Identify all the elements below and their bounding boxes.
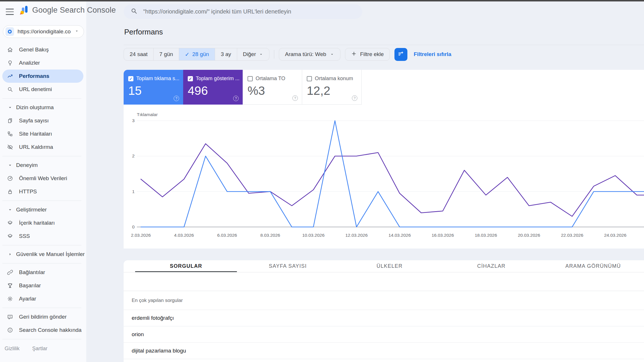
sidebar-item-ba-ar-lar[interactable]: Başarılar xyxy=(0,279,86,292)
search-placeholder-text: "https://oriondigitale.com/" içindeki tü… xyxy=(143,8,291,15)
layers-icon xyxy=(7,220,13,226)
sidebar-item-analizler[interactable]: Analizler xyxy=(0,56,86,70)
sidebar-item-ba-lant-lar[interactable]: Bağlantılar xyxy=(0,266,86,279)
tab-ci-hazlar[interactable]: CİHAZLAR xyxy=(440,260,542,272)
date-chip-label: 28 gün xyxy=(192,51,209,57)
svg-text:10.03.2026: 10.03.2026 xyxy=(302,233,325,238)
metric-card-4[interactable]: Ortalama konum 12,2 ? xyxy=(302,70,362,105)
date-chip-28-g-n[interactable]: ✓28 gün xyxy=(179,48,215,60)
checkbox-checked-icon[interactable]: ✓ xyxy=(188,76,193,81)
check-icon: ✓ xyxy=(185,51,189,58)
help-icon[interactable]: ? xyxy=(174,96,179,101)
query-rows: erdemli fotoğrafçıoriondijital pazarlama… xyxy=(124,310,644,359)
menu-icon[interactable] xyxy=(6,9,14,15)
filters-divider xyxy=(274,50,274,59)
sidebar-item-search-console-hakk-nda[interactable]: Search Console hakkında xyxy=(0,324,86,337)
search-icon xyxy=(131,7,137,16)
svg-text:1: 1 xyxy=(132,189,135,194)
svg-text:24.03.2026: 24.03.2026 xyxy=(604,233,626,238)
help-icon[interactable]: ? xyxy=(233,96,239,101)
date-chip-di-er[interactable]: Diğer xyxy=(237,48,269,60)
page-title: Performans xyxy=(124,28,163,36)
search-icon xyxy=(7,86,13,93)
date-chip-3-ay[interactable]: 3 ay xyxy=(215,48,237,60)
add-filter-chip[interactable]: Filtre ekle xyxy=(345,48,390,61)
metric-card-label: Ortalama TO xyxy=(256,76,285,82)
sidebar-item-sayfa-say-s-[interactable]: Sayfa sayısı xyxy=(0,114,86,127)
reset-filters-link[interactable]: Filtreleri sıfırla xyxy=(414,51,451,57)
date-chip-label: 3 ay xyxy=(221,51,231,57)
sidebar-section-g-venlik-ve-manuel-i-lemler[interactable]: Güvenlik ve Manuel İşlemler xyxy=(0,248,86,261)
sidebar-item-site-haritalar-[interactable]: Site Haritaları xyxy=(0,127,86,140)
chevron-down-icon xyxy=(7,207,13,212)
sidebar-item-label: Genel Bakış xyxy=(19,47,49,53)
svg-text:14.03.2026: 14.03.2026 xyxy=(388,233,411,238)
url-inspect-search-input[interactable]: "https://oriondigitale.com/" içindeki tü… xyxy=(124,4,362,19)
footer-link-gizlilik[interactable]: Gizlilik xyxy=(5,346,20,352)
sidebar-section-dizin-olu-turma[interactable]: Dizin oluşturma xyxy=(0,101,86,114)
trend-icon xyxy=(7,73,13,79)
help-icon[interactable]: ? xyxy=(352,95,357,101)
svg-text:20.03.2026: 20.03.2026 xyxy=(518,233,540,238)
sidebar-item-ayarlar[interactable]: Ayarlar xyxy=(0,292,86,305)
sidebar-item-genel-bak-[interactable]: Genel Bakış xyxy=(0,43,86,56)
tab--lkeler[interactable]: ÜLKELER xyxy=(339,260,440,272)
sidebar-item-label: URL Kaldırma xyxy=(19,144,53,150)
sidebar-item-https[interactable]: HTTPS xyxy=(0,185,86,198)
gauge-icon xyxy=(7,175,13,182)
date-chip-7-g-n[interactable]: 7 gün xyxy=(153,48,179,60)
property-label: https://oriondigitale.co... xyxy=(18,28,71,35)
date-chip-24-saat[interactable]: 24 saat xyxy=(124,48,153,60)
table-row[interactable]: erdemli fotoğrafçı xyxy=(124,310,644,326)
sidebar-item-sss[interactable]: SSS xyxy=(0,230,86,243)
svg-text:18.03.2026: 18.03.2026 xyxy=(475,233,497,238)
svg-text:0: 0 xyxy=(132,224,135,229)
sidebar-item-label: Site Haritaları xyxy=(19,131,52,137)
metric-card-3[interactable]: Ortalama TO %3 ? xyxy=(243,70,302,105)
table-column-header: En çok yapılan sorgular xyxy=(124,291,644,310)
sidebar-item-i-erik-haritalar-[interactable]: İçerik haritaları xyxy=(0,216,86,230)
chevron-down-icon xyxy=(330,52,334,57)
sidebar-item-geri-bildirim-g-nder[interactable]: Geri bildirim gönder xyxy=(0,310,86,324)
sidebar-item-label: Ayarlar xyxy=(19,296,36,302)
tab-sayfa-sayisi[interactable]: SAYFA SAYISI xyxy=(237,260,339,272)
help-icon[interactable]: ? xyxy=(292,95,298,101)
tab-sorgular[interactable]: SORGULAR xyxy=(135,260,237,272)
sidebar-item-url-kald-rma[interactable]: URL Kaldırma xyxy=(0,140,86,154)
chevron-right-icon xyxy=(7,252,13,257)
search-type-label: Arama türü: Web xyxy=(285,51,326,57)
table-row[interactable]: orion xyxy=(124,326,644,343)
checkbox-checked-icon[interactable]: ✓ xyxy=(128,76,133,81)
sidebar-item-url-denetimi[interactable]: URL denetimi xyxy=(0,83,86,96)
metric-card-label: Toplam gösterim ... xyxy=(196,76,239,82)
tab-arama-g-r-n-m-[interactable]: ARAMA GÖRÜNÜMÜ xyxy=(542,260,644,272)
search-console-logo-icon xyxy=(19,5,29,16)
checkbox-unchecked-icon[interactable] xyxy=(248,76,253,81)
sidebar-divider xyxy=(2,201,81,201)
sidebar-divider xyxy=(2,263,81,263)
metric-card-1[interactable]: ✓Toplam tıklama s... 15 ? xyxy=(124,70,183,105)
sidebar-section-label: Deneyim xyxy=(16,162,38,168)
search-type-chip[interactable]: Arama türü: Web xyxy=(279,48,340,61)
sidebar-divider xyxy=(2,245,81,245)
dimension-tabs: SORGULARSAYFA SAYISIÜLKELERCİHAZLARARAMA… xyxy=(124,260,644,272)
table-toolbar-row xyxy=(124,272,644,291)
sidebar-item-label: Analizler xyxy=(19,60,40,66)
filter-settings-button[interactable] xyxy=(394,48,407,61)
sidebar-section-geli-tirmeler[interactable]: Geliştirmeler xyxy=(0,203,86,216)
svg-text:4.03.2026: 4.03.2026 xyxy=(174,233,194,238)
checkbox-unchecked-icon[interactable] xyxy=(307,76,312,81)
property-selector[interactable]: https://oriondigitale.co... xyxy=(3,25,84,38)
sidebar-item-performans[interactable]: Performans xyxy=(2,70,83,83)
sidebar-section-deneyim[interactable]: Deneyim xyxy=(0,159,86,172)
sidebar-item--nemli-web-verileri[interactable]: Önemli Web Verileri xyxy=(0,172,86,185)
chevron-down-icon xyxy=(74,29,79,34)
feedback-icon xyxy=(7,314,13,320)
metric-card-2[interactable]: ✓Toplam gösterim ... 496 ? xyxy=(183,70,243,105)
table-row[interactable]: dijital pazarlama blogu xyxy=(124,343,644,359)
title-divider xyxy=(124,45,644,45)
app-title: Google Search Console xyxy=(32,6,116,15)
link-icon xyxy=(7,269,13,276)
sidebar-item-label: Başarılar xyxy=(19,282,41,289)
footer-link-şartlar[interactable]: Şartlar xyxy=(32,346,47,352)
